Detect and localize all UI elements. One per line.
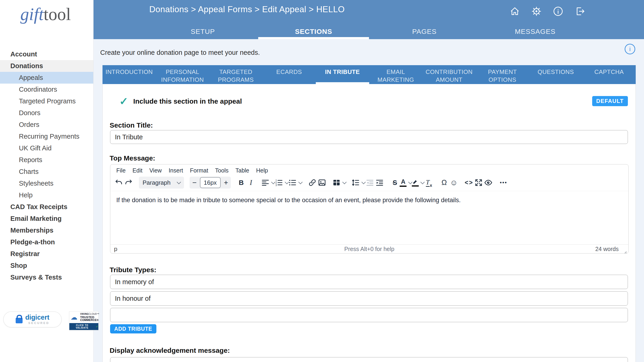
- tab-setup[interactable]: SETUP: [148, 28, 258, 39]
- preview-button[interactable]: [484, 177, 493, 188]
- line-height-button[interactable]: [352, 177, 365, 188]
- sidebar-item-memberships[interactable]: Memberships: [0, 224, 93, 236]
- sidebar-item-appeals[interactable]: Appeals: [0, 72, 93, 84]
- gifttool-logo[interactable]: gifttool: [20, 4, 71, 25]
- tab-ecards[interactable]: ECARDS: [262, 65, 316, 84]
- gear-icon[interactable]: [531, 6, 542, 16]
- page-info-icon[interactable]: i: [625, 44, 635, 54]
- sidebar-item-registrar[interactable]: Registrar: [0, 248, 93, 260]
- tab-sections[interactable]: SECTIONS: [258, 28, 369, 39]
- menu-edit[interactable]: Edit: [132, 167, 142, 174]
- editor-statusbar: p Press Alt+0 for help 24 words: [110, 244, 628, 253]
- bold-button[interactable]: B: [236, 177, 246, 188]
- indent-button[interactable]: [375, 177, 384, 188]
- sidebar-item-coordinators[interactable]: Coordinators: [0, 84, 93, 95]
- sidebar-item-donors[interactable]: Donors: [0, 107, 93, 119]
- sidebar-item-charts[interactable]: Charts: [0, 166, 93, 178]
- emoji-button[interactable]: ☺: [449, 177, 458, 188]
- main-tabs: SETUP SECTIONS PAGES MESSAGES: [148, 28, 590, 39]
- include-section-label: Include this section in the appeal: [133, 98, 242, 105]
- sidebar-item-shop[interactable]: Shop: [0, 260, 93, 272]
- menu-table[interactable]: Table: [236, 167, 249, 174]
- add-tribute-button[interactable]: ADD TRIBUTE: [110, 324, 156, 334]
- text-color-button[interactable]: A: [400, 177, 412, 188]
- sidebar-item-orders[interactable]: Orders: [0, 119, 93, 130]
- sidebar-item-account[interactable]: Account: [0, 48, 93, 60]
- font-size-decrease-button[interactable]: −: [192, 179, 197, 186]
- tab-messages[interactable]: MESSAGES: [480, 28, 590, 39]
- validate-check-icon: ✓: [96, 325, 98, 328]
- tab-targeted-programs[interactable]: TARGETED PROGRAMS: [209, 65, 262, 84]
- digicert-badge[interactable]: digicert SECURED: [3, 311, 62, 328]
- menu-view[interactable]: View: [149, 167, 162, 174]
- source-code-button[interactable]: <>: [464, 177, 474, 188]
- logout-icon[interactable]: [574, 6, 585, 16]
- sidebar-item-pledge-a-thon[interactable]: Pledge-a-thon: [0, 236, 93, 248]
- link-button[interactable]: [308, 177, 317, 188]
- info-icon[interactable]: [553, 6, 564, 16]
- font-size-increase-button[interactable]: +: [224, 179, 228, 186]
- outdent-button[interactable]: [365, 177, 375, 188]
- clear-formatting-button[interactable]: Tx: [424, 177, 434, 188]
- tribute-input-1[interactable]: [110, 275, 628, 289]
- tab-captcha[interactable]: CAPTCHA: [582, 65, 636, 84]
- bullet-list-button[interactable]: [288, 177, 302, 188]
- acknowledgement-input[interactable]: [110, 357, 628, 362]
- tab-introduction[interactable]: INTRODUCTION: [102, 65, 156, 84]
- resize-handle-icon[interactable]: [623, 248, 627, 252]
- sidebar-item-stylesheets[interactable]: Stylesheets: [0, 178, 93, 189]
- tribute-input-3[interactable]: [110, 308, 628, 322]
- menu-help[interactable]: Help: [256, 167, 268, 174]
- redo-button[interactable]: [124, 177, 133, 188]
- tab-payment-options[interactable]: PAYMENT OPTIONS: [476, 65, 529, 84]
- color-swatch: [400, 186, 406, 187]
- tribute-input-2[interactable]: [110, 291, 628, 306]
- sidebar-item-donations[interactable]: Donations: [0, 60, 93, 72]
- checkmark-icon[interactable]: ✓: [119, 96, 128, 106]
- default-button[interactable]: DEFAULT: [592, 96, 628, 106]
- undo-button[interactable]: [114, 177, 124, 188]
- sidebar-item-help[interactable]: Help: [0, 189, 93, 201]
- rich-text-editor: File Edit View Insert Format Tools Table…: [110, 164, 628, 254]
- special-character-button[interactable]: Ω: [439, 177, 449, 188]
- editor-body[interactable]: If the donation is to be made in tribute…: [110, 191, 628, 244]
- fullscreen-button[interactable]: [474, 177, 484, 188]
- sidebar-item-reports[interactable]: Reports: [0, 154, 93, 166]
- tab-email-marketing[interactable]: EMAIL MARKETING: [369, 65, 423, 84]
- italic-button[interactable]: I: [246, 177, 256, 188]
- more-toolbar-button[interactable]: •••: [499, 177, 508, 188]
- tab-contribution-amount[interactable]: CONTRIBUTION AMOUNT: [422, 65, 476, 84]
- sidebar-item-recurring-payments[interactable]: Recurring Payments: [0, 130, 93, 142]
- menu-file[interactable]: File: [116, 167, 126, 174]
- home-icon[interactable]: [510, 6, 520, 16]
- digicert-tagline: SECURED: [28, 321, 50, 325]
- vikingcloud-commerce: COMMERCE®: [80, 319, 99, 322]
- sidebar-item-email-marketing[interactable]: Email Marketing: [0, 213, 93, 224]
- menu-format[interactable]: Format: [190, 167, 208, 174]
- sidebar-item-targeted-programs[interactable]: Targeted Programs: [0, 95, 93, 107]
- tab-personal-information[interactable]: PERSONAL INFORMATION: [156, 65, 209, 84]
- click-to-validate-button[interactable]: CLICK TO VALIDATE ✓: [69, 323, 98, 330]
- tab-questions[interactable]: QUESTIONS: [529, 65, 582, 84]
- table-button[interactable]: [332, 177, 346, 188]
- align-button[interactable]: [261, 177, 275, 188]
- sidebar-item-surveys-tests[interactable]: Surveys & Tests: [0, 272, 93, 283]
- section-title-input[interactable]: [110, 130, 628, 144]
- cloud-icon: ☁: [70, 314, 78, 321]
- lock-icon: [16, 318, 22, 323]
- sidebar-item-uk-gift-aid[interactable]: UK Gift Aid: [0, 142, 93, 154]
- block-format-select[interactable]: Paragraph: [139, 176, 184, 188]
- strikethrough-button[interactable]: S: [390, 177, 400, 188]
- menu-tools[interactable]: Tools: [215, 167, 228, 174]
- sidebar-item-cad-tax-receipts[interactable]: CAD Tax Receipts: [0, 201, 93, 213]
- tab-in-tribute[interactable]: IN TRIBUTE: [316, 65, 369, 84]
- security-badges: digicert SECURED ☁ VIKINGCLOUD™ TRUSTED …: [3, 311, 98, 330]
- vikingcloud-badge[interactable]: ☁ VIKINGCLOUD™ TRUSTED COMMERCE® CLICK T…: [69, 311, 98, 330]
- chevron-down-icon: [298, 180, 303, 184]
- image-button[interactable]: [317, 177, 327, 188]
- numbered-list-button[interactable]: 123: [275, 177, 288, 188]
- highlight-button[interactable]: [412, 177, 424, 188]
- font-size-input[interactable]: 16px: [200, 177, 221, 188]
- menu-insert[interactable]: Insert: [168, 167, 183, 174]
- tab-pages[interactable]: PAGES: [369, 28, 480, 39]
